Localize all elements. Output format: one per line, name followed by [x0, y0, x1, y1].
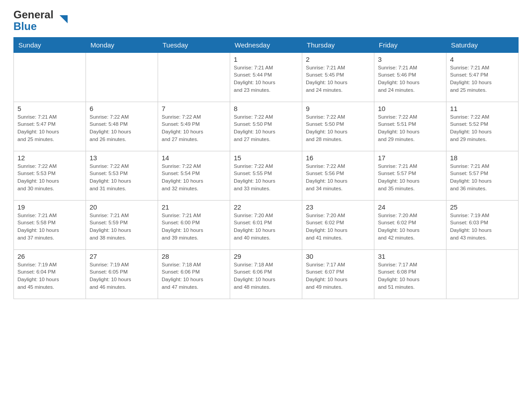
- day-info: Sunrise: 7:22 AM Sunset: 5:48 PM Dayligh…: [90, 113, 154, 143]
- day-number: 29: [234, 253, 298, 260]
- day-number: 30: [306, 253, 370, 260]
- calendar-cell: 21Sunrise: 7:21 AM Sunset: 6:00 PM Dayli…: [158, 200, 230, 249]
- calendar-cell: [158, 52, 230, 102]
- day-info: Sunrise: 7:22 AM Sunset: 5:52 PM Dayligh…: [450, 113, 515, 143]
- day-info: Sunrise: 7:21 AM Sunset: 5:44 PM Dayligh…: [234, 64, 298, 94]
- logo-text-blue: Blue: [13, 20, 37, 32]
- week-row-2: 5Sunrise: 7:21 AM Sunset: 5:47 PM Daylig…: [14, 102, 519, 151]
- day-info: Sunrise: 7:22 AM Sunset: 5:53 PM Dayligh…: [17, 163, 82, 193]
- calendar-header-row: SundayMondayTuesdayWednesdayThursdayFrid…: [14, 37, 519, 52]
- calendar-cell: 31Sunrise: 7:17 AM Sunset: 6:08 PM Dayli…: [374, 249, 446, 299]
- day-number: 1: [234, 56, 298, 63]
- header-day-thursday: Thursday: [302, 37, 374, 52]
- header-day-tuesday: Tuesday: [158, 37, 230, 52]
- day-info: Sunrise: 7:20 AM Sunset: 6:02 PM Dayligh…: [306, 212, 370, 242]
- page-header: General Blue: [13, 9, 519, 33]
- day-info: Sunrise: 7:22 AM Sunset: 5:55 PM Dayligh…: [234, 163, 298, 193]
- day-info: Sunrise: 7:17 AM Sunset: 6:08 PM Dayligh…: [378, 261, 442, 291]
- calendar-cell: 5Sunrise: 7:21 AM Sunset: 5:47 PM Daylig…: [14, 102, 86, 151]
- day-number: 8: [234, 105, 298, 112]
- day-info: Sunrise: 7:22 AM Sunset: 5:53 PM Dayligh…: [90, 163, 154, 193]
- day-info: Sunrise: 7:22 AM Sunset: 5:49 PM Dayligh…: [162, 113, 226, 143]
- day-info: Sunrise: 7:21 AM Sunset: 5:47 PM Dayligh…: [17, 113, 82, 143]
- day-info: Sunrise: 7:20 AM Sunset: 6:01 PM Dayligh…: [234, 212, 298, 242]
- day-number: 4: [450, 56, 515, 63]
- header-day-sunday: Sunday: [14, 37, 86, 52]
- day-number: 19: [17, 203, 82, 211]
- day-info: Sunrise: 7:22 AM Sunset: 5:50 PM Dayligh…: [234, 113, 298, 143]
- day-info: Sunrise: 7:18 AM Sunset: 6:06 PM Dayligh…: [234, 261, 298, 291]
- day-number: 28: [162, 253, 226, 260]
- calendar-cell: [446, 249, 519, 299]
- calendar-cell: 11Sunrise: 7:22 AM Sunset: 5:52 PM Dayli…: [446, 102, 519, 151]
- day-number: 15: [234, 154, 298, 162]
- calendar-cell: 24Sunrise: 7:20 AM Sunset: 6:02 PM Dayli…: [374, 200, 446, 249]
- calendar-cell: [86, 52, 158, 102]
- calendar-cell: 28Sunrise: 7:18 AM Sunset: 6:06 PM Dayli…: [158, 249, 230, 299]
- day-number: 22: [234, 203, 298, 211]
- svg-marker-0: [60, 15, 68, 23]
- day-number: 24: [378, 203, 442, 211]
- day-info: Sunrise: 7:21 AM Sunset: 5:59 PM Dayligh…: [90, 212, 154, 242]
- logo-container: General Blue: [13, 9, 60, 33]
- day-info: Sunrise: 7:21 AM Sunset: 6:00 PM Dayligh…: [162, 212, 226, 242]
- day-info: Sunrise: 7:21 AM Sunset: 5:46 PM Dayligh…: [378, 64, 442, 94]
- calendar-cell: [14, 52, 86, 102]
- calendar-cell: 7Sunrise: 7:22 AM Sunset: 5:49 PM Daylig…: [158, 102, 230, 151]
- day-info: Sunrise: 7:20 AM Sunset: 6:02 PM Dayligh…: [378, 212, 442, 242]
- day-number: 23: [306, 203, 370, 211]
- logo: General Blue: [13, 9, 60, 33]
- day-number: 20: [90, 203, 154, 211]
- calendar-cell: 17Sunrise: 7:21 AM Sunset: 5:57 PM Dayli…: [374, 151, 446, 200]
- day-info: Sunrise: 7:22 AM Sunset: 5:50 PM Dayligh…: [306, 113, 370, 143]
- calendar-cell: 19Sunrise: 7:21 AM Sunset: 5:58 PM Dayli…: [14, 200, 86, 249]
- day-number: 18: [450, 154, 515, 162]
- day-info: Sunrise: 7:21 AM Sunset: 5:47 PM Dayligh…: [450, 64, 515, 94]
- day-number: 6: [90, 105, 154, 112]
- day-info: Sunrise: 7:21 AM Sunset: 5:57 PM Dayligh…: [378, 163, 442, 193]
- day-number: 14: [162, 154, 226, 162]
- calendar-cell: 3Sunrise: 7:21 AM Sunset: 5:46 PM Daylig…: [374, 52, 446, 102]
- day-info: Sunrise: 7:19 AM Sunset: 6:04 PM Dayligh…: [17, 261, 82, 291]
- calendar-cell: 25Sunrise: 7:19 AM Sunset: 6:03 PM Dayli…: [446, 200, 519, 249]
- day-number: 27: [90, 253, 154, 260]
- day-info: Sunrise: 7:21 AM Sunset: 5:58 PM Dayligh…: [17, 212, 82, 242]
- calendar-cell: 16Sunrise: 7:22 AM Sunset: 5:56 PM Dayli…: [302, 151, 374, 200]
- calendar-cell: 13Sunrise: 7:22 AM Sunset: 5:53 PM Dayli…: [86, 151, 158, 200]
- week-row-4: 19Sunrise: 7:21 AM Sunset: 5:58 PM Dayli…: [14, 200, 519, 249]
- logo-text-general: General: [13, 9, 53, 21]
- calendar-cell: 22Sunrise: 7:20 AM Sunset: 6:01 PM Dayli…: [230, 200, 302, 249]
- week-row-5: 26Sunrise: 7:19 AM Sunset: 6:04 PM Dayli…: [14, 249, 519, 299]
- calendar-cell: 10Sunrise: 7:22 AM Sunset: 5:51 PM Dayli…: [374, 102, 446, 151]
- calendar-cell: 30Sunrise: 7:17 AM Sunset: 6:07 PM Dayli…: [302, 249, 374, 299]
- day-number: 7: [162, 105, 226, 112]
- day-number: 16: [306, 154, 370, 162]
- day-info: Sunrise: 7:22 AM Sunset: 5:54 PM Dayligh…: [162, 163, 226, 193]
- calendar-cell: 1Sunrise: 7:21 AM Sunset: 5:44 PM Daylig…: [230, 52, 302, 102]
- calendar-cell: 9Sunrise: 7:22 AM Sunset: 5:50 PM Daylig…: [302, 102, 374, 151]
- calendar-cell: 8Sunrise: 7:22 AM Sunset: 5:50 PM Daylig…: [230, 102, 302, 151]
- day-info: Sunrise: 7:22 AM Sunset: 5:56 PM Dayligh…: [306, 163, 370, 193]
- calendar-cell: 26Sunrise: 7:19 AM Sunset: 6:04 PM Dayli…: [14, 249, 86, 299]
- day-number: 26: [17, 253, 82, 260]
- day-number: 13: [90, 154, 154, 162]
- day-number: 2: [306, 56, 370, 63]
- calendar-cell: 12Sunrise: 7:22 AM Sunset: 5:53 PM Dayli…: [14, 151, 86, 200]
- calendar-cell: 6Sunrise: 7:22 AM Sunset: 5:48 PM Daylig…: [86, 102, 158, 151]
- day-info: Sunrise: 7:21 AM Sunset: 5:57 PM Dayligh…: [450, 163, 515, 193]
- day-info: Sunrise: 7:19 AM Sunset: 6:03 PM Dayligh…: [450, 212, 515, 242]
- day-info: Sunrise: 7:18 AM Sunset: 6:06 PM Dayligh…: [162, 261, 226, 291]
- calendar-cell: 14Sunrise: 7:22 AM Sunset: 5:54 PM Dayli…: [158, 151, 230, 200]
- day-number: 3: [378, 56, 442, 63]
- day-number: 9: [306, 105, 370, 112]
- calendar-cell: 29Sunrise: 7:18 AM Sunset: 6:06 PM Dayli…: [230, 249, 302, 299]
- day-number: 21: [162, 203, 226, 211]
- day-number: 25: [450, 203, 515, 211]
- header-day-saturday: Saturday: [446, 37, 519, 52]
- header-day-monday: Monday: [86, 37, 158, 52]
- week-row-3: 12Sunrise: 7:22 AM Sunset: 5:53 PM Dayli…: [14, 151, 519, 200]
- calendar-cell: 18Sunrise: 7:21 AM Sunset: 5:57 PM Dayli…: [446, 151, 519, 200]
- week-row-1: 1Sunrise: 7:21 AM Sunset: 5:44 PM Daylig…: [14, 52, 519, 102]
- calendar-table: SundayMondayTuesdayWednesdayThursdayFrid…: [13, 37, 519, 299]
- calendar-cell: 23Sunrise: 7:20 AM Sunset: 6:02 PM Dayli…: [302, 200, 374, 249]
